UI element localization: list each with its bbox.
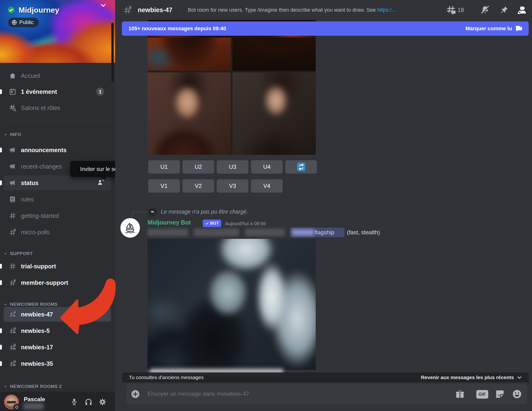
grid-image-quadrant-2 — [232, 38, 316, 71]
chevron-down-icon — [3, 384, 8, 389]
hash-lock-icon — [123, 6, 132, 15]
new-messages-text: 105+ nouveaux messages depuis 09:40 — [128, 26, 226, 32]
chevron-down-icon — [3, 302, 8, 306]
sidebar-item-micro-polls[interactable]: micro-polls — [4, 225, 111, 240]
midjourney-bot-avatar[interactable] — [120, 218, 140, 238]
calendar-icon — [9, 88, 16, 95]
channel-label: 1 événement — [21, 88, 57, 95]
reroll-button[interactable] — [285, 160, 317, 174]
server-banner: Midjourney Public — [0, 0, 115, 63]
sidebar-item-salons-et-rôles[interactable]: Salons et rôles — [4, 100, 111, 115]
headphones-icon[interactable] — [85, 398, 93, 406]
invite-tooltip: Inviter sur le serveur — [70, 161, 115, 177]
sidebar-item-1-événement[interactable]: 1 événement1 — [4, 84, 111, 99]
sidebar-divider — [5, 121, 110, 121]
jump-to-present-button[interactable]: Revenir aux messages les plus récents — [421, 374, 522, 381]
sidebar-item-trial-support[interactable]: trial-support — [4, 259, 111, 274]
gif-picker-icon[interactable]: GIF — [476, 390, 488, 399]
reply-context-text[interactable]: Le message n'a pas pu être chargé. — [161, 209, 248, 215]
sidebar-item-announcements[interactable]: announcements — [4, 143, 111, 157]
header-divider — [180, 5, 180, 15]
channel-label: micro-polls — [21, 229, 50, 236]
status-indicator — [13, 404, 20, 411]
upscale-button-u1[interactable]: U1 — [148, 160, 180, 174]
channel-label: newbies-5 — [21, 327, 50, 334]
section-title: NEWCOMER ROOMS — [10, 302, 58, 307]
browse-channels-icon — [9, 104, 16, 111]
gear-icon[interactable] — [98, 398, 107, 406]
message-composer[interactable]: Envoyer un message dans #newbies-47 GIF — [126, 384, 527, 404]
section-header-info[interactable]: INFO — [3, 130, 108, 139]
message-author[interactable]: Midjourney Bot — [148, 219, 191, 226]
rules-icon — [9, 196, 16, 203]
channel-label: Salons et rôles — [21, 105, 60, 111]
channel-label: status — [21, 180, 38, 186]
megaphone-icon — [9, 179, 16, 186]
variation-button-v3[interactable]: V3 — [217, 179, 248, 193]
user-mention[interactable]: flagship — [290, 228, 344, 237]
hash-lock-icon — [9, 229, 16, 236]
upscale-button-u4[interactable]: U4 — [251, 160, 283, 174]
sailboat-icon — [124, 221, 137, 234]
section-title: NEWCOMER ROOMS 2 — [10, 384, 62, 389]
section-header-support[interactable]: SUPPORT — [3, 250, 108, 258]
sidebar-item-status[interactable]: status — [4, 176, 111, 190]
midjourney-upscaled-image[interactable] — [148, 239, 316, 370]
refresh-icon — [297, 162, 306, 172]
sidebar-scrollbar[interactable] — [111, 23, 114, 82]
section-title: SUPPORT — [10, 251, 33, 256]
notifications-muted-icon[interactable] — [480, 5, 490, 15]
microphone-icon[interactable] — [71, 398, 78, 406]
grid-image-quadrant-1 — [148, 38, 231, 71]
upscale-button-u3[interactable]: U3 — [217, 160, 248, 174]
sidebar-item-newbies-35[interactable]: newbies-35 — [4, 356, 111, 371]
channel-label: announcements — [21, 147, 66, 154]
sticker-icon[interactable] — [495, 389, 505, 399]
topic-link[interactable]: https:/... — [377, 7, 396, 13]
threads-icon[interactable]: 18 — [446, 5, 464, 15]
megaphone-icon — [9, 147, 16, 154]
channel-label: rules — [21, 196, 34, 203]
unread-pill — [0, 328, 2, 333]
variation-button-v4[interactable]: V4 — [251, 179, 283, 193]
globe-icon — [11, 20, 17, 25]
old-messages-text: Tu consultes d'anciens messages — [129, 375, 204, 380]
channel-header: newbies-47 Bot room for new users. Type … — [115, 0, 532, 20]
sidebar-item-rules[interactable]: rules — [4, 192, 111, 207]
unread-pill — [0, 89, 2, 94]
gift-icon[interactable] — [455, 389, 465, 399]
blurred-mention-name — [292, 229, 314, 235]
variation-button-v1[interactable]: V1 — [148, 179, 180, 193]
blurred-prompt-text — [194, 229, 239, 236]
home-icon — [9, 72, 16, 79]
server-header[interactable]: Midjourney — [7, 5, 109, 15]
grid-image-quadrant-3 — [148, 72, 231, 155]
member-list-icon[interactable] — [517, 5, 527, 15]
message-text-suffix: (fast, stealth) — [347, 229, 380, 236]
channel-label: newbies-17 — [21, 344, 53, 351]
annotation-arrow — [54, 273, 137, 344]
reply-arrow-icon — [148, 207, 157, 216]
emoji-icon[interactable] — [512, 389, 522, 399]
sidebar-item-getting-started[interactable]: getting-started — [4, 208, 111, 223]
new-messages-banner[interactable]: 105+ nouveaux messages depuis 09:40 Marq… — [122, 21, 529, 36]
section-header-newcomer-rooms-2[interactable]: NEWCOMER ROOMS 2 — [3, 382, 108, 391]
old-messages-bar: Tu consultes d'anciens messages Revenir … — [122, 372, 529, 382]
thread-count: 18 — [457, 7, 464, 13]
variation-button-v2[interactable]: V2 — [182, 179, 214, 193]
mark-as-read-button[interactable]: Marquer comme lu — [466, 25, 523, 33]
message-check-icon — [515, 25, 523, 33]
unread-pill — [0, 264, 2, 269]
channel-label: newbies-35 — [21, 360, 53, 367]
channel-topic[interactable]: Bot room for new users. Type /imagine th… — [188, 7, 445, 13]
channel-label: trial-support — [21, 263, 56, 270]
composer-placeholder[interactable]: Envoyer un message dans #newbies-47 — [148, 391, 249, 397]
pinned-messages-icon[interactable] — [499, 5, 509, 15]
blurred-prompt-text — [148, 229, 188, 236]
sidebar-item-accueil[interactable]: Accueil — [4, 68, 111, 83]
attach-plus-icon[interactable] — [131, 389, 140, 399]
midjourney-grid-image[interactable] — [148, 38, 316, 155]
invite-tooltip-caret — [101, 177, 107, 180]
section-title: INFO — [10, 132, 21, 137]
upscale-button-u2[interactable]: U2 — [182, 160, 214, 174]
